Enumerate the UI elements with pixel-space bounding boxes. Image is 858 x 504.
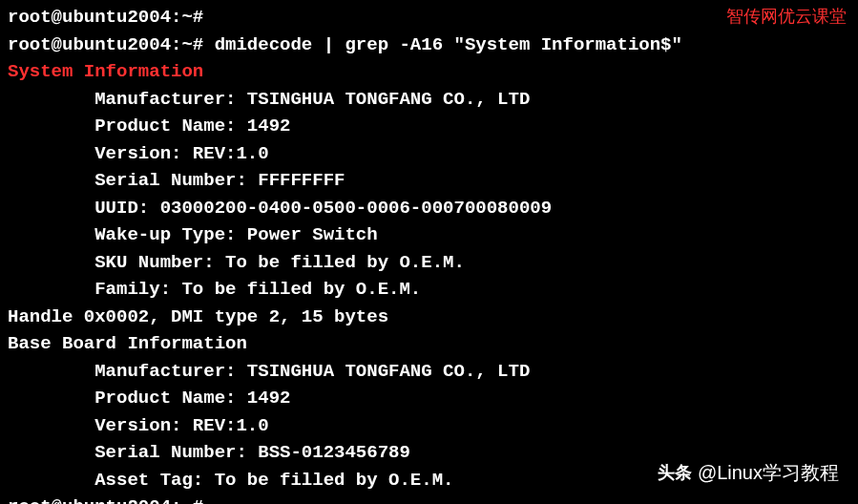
shell-prompt: root@ubuntu2004:~#: [8, 7, 203, 28]
toutiao-logo-text: 头条: [658, 460, 692, 486]
output-bb-version: Version: REV:1.0: [8, 412, 850, 440]
command-text: dmidecode | grep -A16 "System Informatio…: [203, 34, 682, 55]
shell-prompt: root@ubuntu2004:~#: [8, 34, 203, 55]
watermark-bottom: 头条 @Linux学习教程: [658, 458, 839, 487]
prompt-line-1: root@ubuntu2004:~#: [8, 4, 850, 32]
output-bb-product: Product Name: 1492: [8, 385, 850, 412]
output-sys-product: Product Name: 1492: [8, 113, 850, 140]
output-sys-sku: SKU Number: To be filled by O.E.M.: [8, 249, 850, 277]
shell-prompt: root@ubuntu2004:~#: [8, 496, 203, 504]
command-line: root@ubuntu2004:~# dmidecode | grep -A16…: [8, 32, 850, 59]
output-baseboard-header: Base Board Information: [8, 330, 850, 358]
output-sys-serial: Serial Number: FFFFFFFF: [8, 167, 850, 195]
prompt-line-2: root@ubuntu2004:~#: [8, 494, 850, 504]
output-sys-wakeup: Wake-up Type: Power Switch: [8, 221, 850, 249]
output-sys-uuid: UUID: 03000200-0400-0500-0006-0007000800…: [8, 195, 850, 222]
output-sys-version: Version: REV:1.0: [8, 140, 850, 168]
output-system-header: System Information: [8, 58, 850, 86]
output-handle: Handle 0x0002, DMI type 2, 15 bytes: [8, 304, 850, 331]
output-sys-family: Family: To be filled by O.E.M.: [8, 276, 850, 304]
output-bb-manufacturer: Manufacturer: TSINGHUA TONGFANG CO., LTD: [8, 358, 850, 386]
watermark-handle: @Linux学习教程: [698, 458, 839, 487]
watermark-top: 智传网优云课堂: [726, 4, 847, 30]
output-sys-manufacturer: Manufacturer: TSINGHUA TONGFANG CO., LTD: [8, 86, 850, 114]
